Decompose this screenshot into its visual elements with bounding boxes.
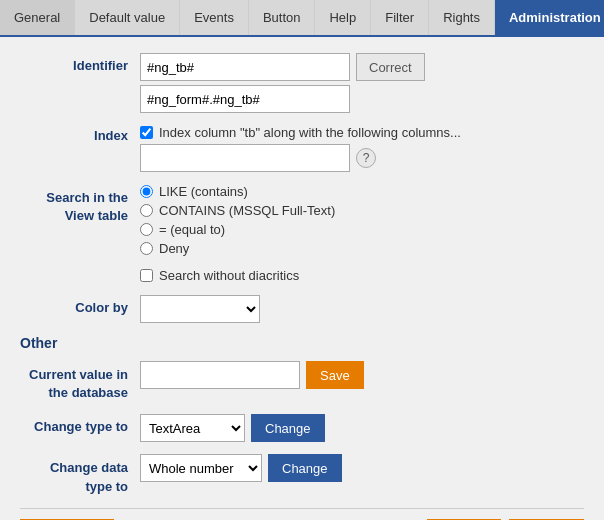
colorby-row: Color by Option1 Option2 bbox=[20, 295, 584, 323]
change-data-row: Change datatype to Whole number Decimal … bbox=[20, 454, 584, 495]
radio-equal-input[interactable] bbox=[140, 223, 153, 236]
change-type-select[interactable]: TextArea Text Number bbox=[140, 414, 245, 442]
identifier-label: Identifier bbox=[20, 53, 140, 73]
radio-like-input[interactable] bbox=[140, 185, 153, 198]
change-type-button[interactable]: Change bbox=[251, 414, 325, 442]
tab-filter[interactable]: Filter bbox=[371, 0, 429, 35]
save-small-button[interactable]: Save bbox=[306, 361, 364, 389]
current-value-input[interactable] bbox=[140, 361, 300, 389]
diacritics-row: Search without diacritics bbox=[140, 268, 584, 283]
radio-deny: Deny bbox=[140, 241, 584, 256]
diacritics-label: Search without diacritics bbox=[159, 268, 299, 283]
radio-equal: = (equal to) bbox=[140, 222, 584, 237]
radio-like-label: LIKE (contains) bbox=[159, 184, 248, 199]
current-value-label: Current value inthe database bbox=[20, 361, 140, 402]
change-data-controls: Whole number Decimal Text Change bbox=[140, 454, 342, 482]
help-icon[interactable]: ? bbox=[356, 148, 376, 168]
radio-deny-label: Deny bbox=[159, 241, 189, 256]
change-data-select[interactable]: Whole number Decimal Text bbox=[140, 454, 262, 482]
index-checkbox-label: Index column "tb" along with the followi… bbox=[159, 125, 461, 140]
diacritics-checkbox[interactable] bbox=[140, 269, 153, 282]
tab-administration[interactable]: Administration bbox=[495, 0, 604, 35]
current-value-row: Current value inthe database Save bbox=[20, 361, 584, 402]
tab-rights[interactable]: Rights bbox=[429, 0, 495, 35]
current-value-controls: Save bbox=[140, 361, 364, 389]
identifier-row: Identifier Correct bbox=[20, 53, 584, 113]
identifier-controls: Correct bbox=[140, 53, 584, 113]
radio-like: LIKE (contains) bbox=[140, 184, 584, 199]
tab-events[interactable]: Events bbox=[180, 0, 249, 35]
index-text-row: ? bbox=[140, 144, 584, 172]
colorby-label: Color by bbox=[20, 295, 140, 315]
radio-equal-label: = (equal to) bbox=[159, 222, 225, 237]
tab-default-value[interactable]: Default value bbox=[75, 0, 180, 35]
change-data-label: Change datatype to bbox=[20, 454, 140, 495]
index-checkbox[interactable] bbox=[140, 126, 153, 139]
colorby-select[interactable]: Option1 Option2 bbox=[140, 295, 260, 323]
tab-button[interactable]: Button bbox=[249, 0, 316, 35]
radio-group: LIKE (contains) CONTAINS (MSSQL Full-Tex… bbox=[140, 184, 584, 256]
tab-help[interactable]: Help bbox=[315, 0, 371, 35]
other-header: Other bbox=[20, 335, 584, 351]
change-type-row: Change type to TextArea Text Number Chan… bbox=[20, 414, 584, 442]
search-row: Search in theView table LIKE (contains) … bbox=[20, 184, 584, 283]
change-data-button[interactable]: Change bbox=[268, 454, 342, 482]
tab-bar: General Default value Events Button Help… bbox=[0, 0, 604, 37]
radio-deny-input[interactable] bbox=[140, 242, 153, 255]
radio-contains: CONTAINS (MSSQL Full-Text) bbox=[140, 203, 584, 218]
correct-button[interactable]: Correct bbox=[356, 53, 425, 81]
radio-contains-input[interactable] bbox=[140, 204, 153, 217]
identifier-input-group: Correct bbox=[140, 53, 584, 81]
tab-general[interactable]: General bbox=[0, 0, 75, 35]
radio-contains-label: CONTAINS (MSSQL Full-Text) bbox=[159, 203, 335, 218]
colorby-controls: Option1 Option2 bbox=[140, 295, 584, 323]
change-type-label: Change type to bbox=[20, 414, 140, 434]
main-content: Identifier Correct Index Index column "t… bbox=[0, 37, 604, 520]
index-checkbox-row: Index column "tb" along with the followi… bbox=[140, 125, 584, 140]
identifier-input[interactable] bbox=[140, 53, 350, 81]
other-section: Other Current value inthe database Save … bbox=[20, 335, 584, 496]
search-label: Search in theView table bbox=[20, 184, 140, 225]
index-row: Index Index column "tb" along with the f… bbox=[20, 125, 584, 172]
identifier2-input[interactable] bbox=[140, 85, 350, 113]
change-type-controls: TextArea Text Number Change bbox=[140, 414, 325, 442]
footer: Statistics Save Delete bbox=[20, 508, 584, 520]
index-columns-input[interactable] bbox=[140, 144, 350, 172]
index-controls: Index column "tb" along with the followi… bbox=[140, 125, 584, 172]
index-label: Index bbox=[20, 125, 140, 143]
search-controls: LIKE (contains) CONTAINS (MSSQL Full-Tex… bbox=[140, 184, 584, 283]
